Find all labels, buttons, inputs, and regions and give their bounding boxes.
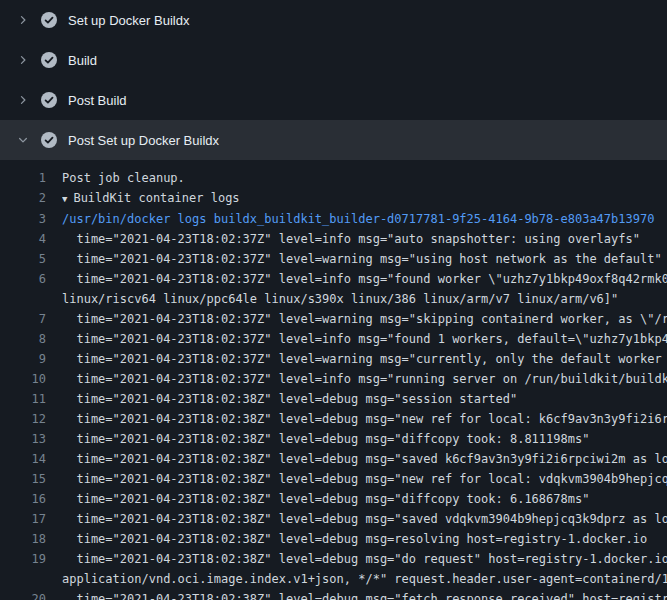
log-line: 14 time="2021-04-23T18:02:38Z" level=deb… (0, 449, 667, 469)
log-line: 19 time="2021-04-23T18:02:38Z" level=deb… (0, 549, 667, 569)
log-text: /usr/bin/docker logs buildx_buildkit_bui… (62, 209, 667, 229)
log-text: time="2021-04-23T18:02:38Z" level=debug … (62, 529, 667, 549)
log-text: time="2021-04-23T18:02:38Z" level=debug … (62, 509, 667, 529)
log-text: time="2021-04-23T18:02:38Z" level=debug … (62, 549, 667, 569)
line-number[interactable] (0, 289, 62, 309)
log-text: ▼BuildKit container logs (62, 188, 667, 209)
log-text: time="2021-04-23T18:02:37Z" level=info m… (62, 329, 667, 349)
log-text: time="2021-04-23T18:02:37Z" level=warnin… (62, 309, 667, 329)
log-text: linux/riscv64 linux/ppc64le linux/s390x … (62, 289, 667, 309)
step-row[interactable]: Post Set up Docker Buildx (0, 120, 667, 160)
line-number[interactable]: 3 (0, 209, 62, 229)
success-check-icon (41, 12, 57, 28)
chevron-icon[interactable] (16, 13, 30, 27)
log-line: application/vnd.oci.image.index.v1+json,… (0, 569, 667, 589)
log-area: 1 Post job cleanup. 2 ▼BuildKit containe… (0, 160, 667, 600)
line-number[interactable]: 8 (0, 329, 62, 349)
log-text: time="2021-04-23T18:02:38Z" level=debug … (62, 449, 667, 469)
log-text: time="2021-04-23T18:02:38Z" level=debug … (62, 489, 667, 509)
line-number[interactable]: 4 (0, 229, 62, 249)
line-number[interactable]: 19 (0, 549, 62, 569)
step-label: Post Build (68, 93, 127, 108)
log-text: time="2021-04-23T18:02:37Z" level=info m… (62, 229, 667, 249)
log-text: time="2021-04-23T18:02:38Z" level=debug … (62, 389, 667, 409)
line-number[interactable]: 7 (0, 309, 62, 329)
log-line: 16 time="2021-04-23T18:02:38Z" level=deb… (0, 489, 667, 509)
log-text: time="2021-04-23T18:02:38Z" level=debug … (62, 589, 667, 600)
step-row[interactable]: Set up Docker Buildx (0, 0, 667, 40)
log-line: 1 Post job cleanup. (0, 168, 667, 188)
line-number[interactable] (0, 569, 62, 589)
log-line: 11 time="2021-04-23T18:02:38Z" level=deb… (0, 389, 667, 409)
chevron-icon[interactable] (16, 53, 30, 67)
line-number[interactable]: 9 (0, 349, 62, 369)
chevron-icon[interactable] (16, 93, 30, 107)
log-text: time="2021-04-23T18:02:37Z" level=warnin… (62, 349, 667, 369)
log-text: time="2021-04-23T18:02:38Z" level=debug … (62, 429, 667, 449)
log-line: 3 /usr/bin/docker logs buildx_buildkit_b… (0, 209, 667, 229)
log-line: 17 time="2021-04-23T18:02:38Z" level=deb… (0, 509, 667, 529)
log-line: 18 time="2021-04-23T18:02:38Z" level=deb… (0, 529, 667, 549)
line-number[interactable]: 17 (0, 509, 62, 529)
step-label: Post Set up Docker Buildx (68, 133, 219, 148)
line-number[interactable]: 1 (0, 168, 62, 188)
success-check-icon (41, 92, 57, 108)
line-number[interactable]: 20 (0, 589, 62, 600)
log-line: 4 time="2021-04-23T18:02:37Z" level=info… (0, 229, 667, 249)
line-number[interactable]: 14 (0, 449, 62, 469)
line-number[interactable]: 5 (0, 249, 62, 269)
log-line: 9 time="2021-04-23T18:02:37Z" level=warn… (0, 349, 667, 369)
log-text: time="2021-04-23T18:02:38Z" level=debug … (62, 409, 667, 429)
line-number[interactable]: 15 (0, 469, 62, 489)
line-number[interactable]: 13 (0, 429, 62, 449)
log-line: 20 time="2021-04-23T18:02:38Z" level=deb… (0, 589, 667, 600)
line-number[interactable]: 11 (0, 389, 62, 409)
log-line: 13 time="2021-04-23T18:02:38Z" level=deb… (0, 429, 667, 449)
step-label: Build (68, 53, 97, 68)
log-text: time="2021-04-23T18:02:38Z" level=debug … (62, 469, 667, 489)
log-line: linux/riscv64 linux/ppc64le linux/s390x … (0, 289, 667, 309)
log-text: time="2021-04-23T18:02:37Z" level=info m… (62, 269, 667, 289)
log-line: 10 time="2021-04-23T18:02:37Z" level=inf… (0, 369, 667, 389)
step-list: Set up Docker Buildx Build P (0, 0, 667, 160)
log-text: application/vnd.oci.image.index.v1+json,… (62, 569, 667, 589)
line-number[interactable]: 10 (0, 369, 62, 389)
log-text: Post job cleanup. (62, 168, 667, 188)
log-line: 5 time="2021-04-23T18:02:37Z" level=warn… (0, 249, 667, 269)
line-number[interactable]: 16 (0, 489, 62, 509)
line-number[interactable]: 12 (0, 409, 62, 429)
log-line: 8 time="2021-04-23T18:02:37Z" level=info… (0, 329, 667, 349)
step-row[interactable]: Build (0, 40, 667, 80)
line-number[interactable]: 18 (0, 529, 62, 549)
line-number[interactable]: 6 (0, 269, 62, 289)
log-text: time="2021-04-23T18:02:37Z" level=info m… (62, 369, 667, 389)
log-line: 6 time="2021-04-23T18:02:37Z" level=info… (0, 269, 667, 289)
step-label: Set up Docker Buildx (68, 13, 189, 28)
step-row[interactable]: Post Build (0, 80, 667, 120)
log-line[interactable]: 2 ▼BuildKit container logs (0, 188, 667, 209)
success-check-icon (41, 132, 57, 148)
log-line: 12 time="2021-04-23T18:02:38Z" level=deb… (0, 409, 667, 429)
line-number[interactable]: 2 (0, 188, 62, 209)
group-expand-icon[interactable]: ▼ (62, 194, 67, 204)
log-line: 7 time="2021-04-23T18:02:37Z" level=warn… (0, 309, 667, 329)
log-line: 15 time="2021-04-23T18:02:38Z" level=deb… (0, 469, 667, 489)
log-text: time="2021-04-23T18:02:37Z" level=warnin… (62, 249, 667, 269)
chevron-icon[interactable] (16, 133, 30, 147)
success-check-icon (41, 52, 57, 68)
